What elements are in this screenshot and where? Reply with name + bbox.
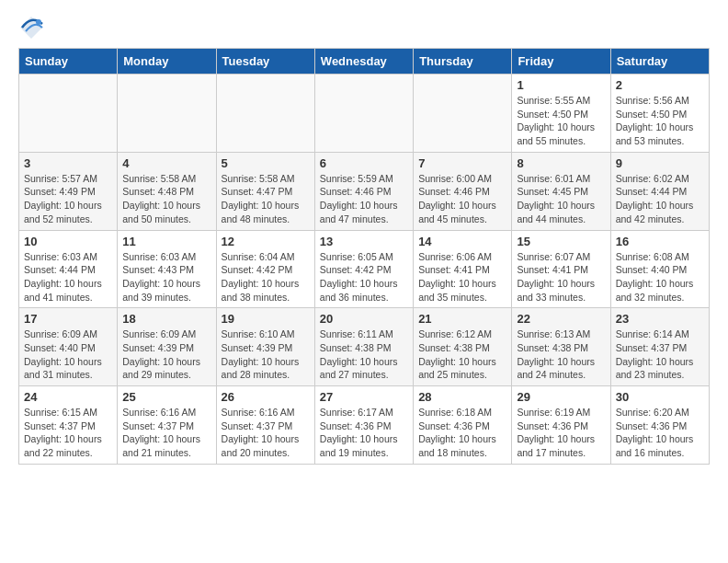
- day-number: 14: [418, 235, 506, 248]
- day-info: Sunrise: 6:14 AM Sunset: 4:37 PM Dayligh…: [616, 327, 704, 382]
- weekday-header-wednesday: Wednesday: [314, 49, 413, 75]
- day-info: Sunrise: 6:05 AM Sunset: 4:42 PM Dayligh…: [320, 250, 408, 304]
- calendar-cell: 25Sunrise: 6:16 AM Sunset: 4:37 PM Dayli…: [118, 386, 216, 465]
- calendar-cell: 18Sunrise: 6:09 AM Sunset: 4:39 PM Dayli…: [118, 308, 216, 386]
- day-number: 22: [517, 312, 605, 326]
- day-info: Sunrise: 5:57 AM Sunset: 4:49 PM Dayligh…: [24, 172, 112, 226]
- day-info: Sunrise: 5:55 AM Sunset: 4:50 PM Dayligh…: [517, 94, 605, 148]
- day-info: Sunrise: 6:03 AM Sunset: 4:43 PM Dayligh…: [122, 250, 210, 304]
- day-info: Sunrise: 6:19 AM Sunset: 4:36 PM Dayligh…: [517, 406, 605, 460]
- calendar-cell: 22Sunrise: 6:13 AM Sunset: 4:38 PM Dayli…: [512, 308, 610, 386]
- weekday-header-friday: Friday: [512, 49, 610, 75]
- day-info: Sunrise: 6:13 AM Sunset: 4:38 PM Dayligh…: [517, 327, 605, 382]
- calendar-cell: 26Sunrise: 6:16 AM Sunset: 4:37 PM Dayli…: [216, 386, 314, 465]
- calendar-cell: [314, 75, 413, 153]
- calendar-cell: 24Sunrise: 6:15 AM Sunset: 4:37 PM Dayli…: [19, 386, 118, 465]
- day-number: 6: [320, 156, 408, 170]
- week-row-4: 17Sunrise: 6:09 AM Sunset: 4:40 PM Dayli…: [19, 308, 710, 386]
- day-info: Sunrise: 6:15 AM Sunset: 4:37 PM Dayligh…: [24, 406, 112, 460]
- calendar-cell: 3Sunrise: 5:57 AM Sunset: 4:49 PM Daylig…: [19, 152, 118, 230]
- day-info: Sunrise: 6:16 AM Sunset: 4:37 PM Dayligh…: [222, 406, 310, 460]
- day-info: Sunrise: 6:17 AM Sunset: 4:36 PM Dayligh…: [320, 406, 408, 460]
- day-number: 21: [418, 312, 506, 326]
- day-info: Sunrise: 5:59 AM Sunset: 4:46 PM Dayligh…: [320, 172, 408, 226]
- day-number: 12: [222, 235, 310, 248]
- calendar-cell: 14Sunrise: 6:06 AM Sunset: 4:41 PM Dayli…: [414, 230, 512, 308]
- day-info: Sunrise: 6:20 AM Sunset: 4:36 PM Dayligh…: [616, 406, 704, 460]
- calendar-cell: 20Sunrise: 6:11 AM Sunset: 4:38 PM Dayli…: [314, 308, 413, 386]
- day-info: Sunrise: 6:07 AM Sunset: 4:41 PM Dayligh…: [517, 250, 605, 304]
- weekday-header-sunday: Sunday: [19, 49, 118, 75]
- weekday-header-saturday: Saturday: [610, 49, 709, 75]
- calendar-cell: 12Sunrise: 6:04 AM Sunset: 4:42 PM Dayli…: [216, 230, 314, 308]
- day-number: 1: [517, 78, 605, 92]
- calendar-cell: 19Sunrise: 6:10 AM Sunset: 4:39 PM Dayli…: [216, 308, 314, 386]
- day-info: Sunrise: 6:12 AM Sunset: 4:38 PM Dayligh…: [418, 327, 506, 382]
- day-number: 10: [24, 235, 112, 248]
- day-info: Sunrise: 6:09 AM Sunset: 4:39 PM Dayligh…: [122, 327, 210, 382]
- calendar-cell: 6Sunrise: 5:59 AM Sunset: 4:46 PM Daylig…: [314, 152, 413, 230]
- calendar-cell: 7Sunrise: 6:00 AM Sunset: 4:46 PM Daylig…: [414, 152, 512, 230]
- day-info: Sunrise: 6:16 AM Sunset: 4:37 PM Dayligh…: [122, 406, 210, 460]
- day-number: 15: [517, 235, 605, 248]
- page-container: SundayMondayTuesdayWednesdayThursdayFrid…: [0, 0, 728, 479]
- calendar-cell: 5Sunrise: 5:58 AM Sunset: 4:47 PM Daylig…: [216, 152, 314, 230]
- day-info: Sunrise: 6:02 AM Sunset: 4:44 PM Dayligh…: [616, 172, 704, 226]
- logo: [18, 15, 48, 40]
- calendar-header: SundayMondayTuesdayWednesdayThursdayFrid…: [19, 49, 710, 75]
- day-number: 16: [616, 235, 704, 248]
- svg-point-2: [36, 19, 41, 25]
- day-info: Sunrise: 6:03 AM Sunset: 4:44 PM Dayligh…: [24, 250, 112, 304]
- calendar-table: SundayMondayTuesdayWednesdayThursdayFrid…: [18, 48, 710, 465]
- calendar-body: 1Sunrise: 5:55 AM Sunset: 4:50 PM Daylig…: [19, 75, 710, 465]
- calendar-cell: [118, 75, 216, 153]
- calendar-cell: 28Sunrise: 6:18 AM Sunset: 4:36 PM Dayli…: [414, 386, 512, 465]
- day-number: 11: [122, 235, 210, 248]
- calendar-cell: 23Sunrise: 6:14 AM Sunset: 4:37 PM Dayli…: [610, 308, 709, 386]
- day-number: 29: [517, 390, 605, 404]
- calendar-cell: 1Sunrise: 5:55 AM Sunset: 4:50 PM Daylig…: [512, 75, 610, 153]
- day-number: 25: [122, 390, 210, 404]
- calendar-cell: 27Sunrise: 6:17 AM Sunset: 4:36 PM Dayli…: [314, 386, 413, 465]
- day-info: Sunrise: 5:58 AM Sunset: 4:47 PM Dayligh…: [222, 172, 310, 226]
- calendar-cell: [19, 75, 118, 153]
- day-number: 17: [24, 312, 112, 326]
- calendar-cell: 9Sunrise: 6:02 AM Sunset: 4:44 PM Daylig…: [610, 152, 709, 230]
- week-row-3: 10Sunrise: 6:03 AM Sunset: 4:44 PM Dayli…: [19, 230, 710, 308]
- day-number: 23: [616, 312, 704, 326]
- calendar-cell: 10Sunrise: 6:03 AM Sunset: 4:44 PM Dayli…: [19, 230, 118, 308]
- header: [18, 15, 710, 40]
- calendar-cell: 21Sunrise: 6:12 AM Sunset: 4:38 PM Dayli…: [414, 308, 512, 386]
- calendar-cell: 16Sunrise: 6:08 AM Sunset: 4:40 PM Dayli…: [610, 230, 709, 308]
- day-number: 3: [24, 156, 112, 170]
- week-row-5: 24Sunrise: 6:15 AM Sunset: 4:37 PM Dayli…: [19, 386, 710, 465]
- day-number: 7: [418, 156, 506, 170]
- day-number: 5: [222, 156, 310, 170]
- day-info: Sunrise: 6:11 AM Sunset: 4:38 PM Dayligh…: [320, 327, 408, 382]
- calendar-cell: [216, 75, 314, 153]
- week-row-2: 3Sunrise: 5:57 AM Sunset: 4:49 PM Daylig…: [19, 152, 710, 230]
- day-number: 9: [616, 156, 704, 170]
- day-info: Sunrise: 5:58 AM Sunset: 4:48 PM Dayligh…: [122, 172, 210, 226]
- day-number: 19: [222, 312, 310, 326]
- calendar-cell: [414, 75, 512, 153]
- day-number: 13: [320, 235, 408, 248]
- weekday-header-thursday: Thursday: [414, 49, 512, 75]
- weekday-header-monday: Monday: [118, 49, 216, 75]
- day-info: Sunrise: 6:04 AM Sunset: 4:42 PM Dayligh…: [222, 250, 310, 304]
- day-number: 24: [24, 390, 112, 404]
- logo-icon: [18, 15, 44, 40]
- day-info: Sunrise: 6:10 AM Sunset: 4:39 PM Dayligh…: [222, 327, 310, 382]
- calendar-cell: 11Sunrise: 6:03 AM Sunset: 4:43 PM Dayli…: [118, 230, 216, 308]
- week-row-1: 1Sunrise: 5:55 AM Sunset: 4:50 PM Daylig…: [19, 75, 710, 153]
- calendar-cell: 8Sunrise: 6:01 AM Sunset: 4:45 PM Daylig…: [512, 152, 610, 230]
- day-number: 8: [517, 156, 605, 170]
- day-info: Sunrise: 6:06 AM Sunset: 4:41 PM Dayligh…: [418, 250, 506, 304]
- calendar-cell: 30Sunrise: 6:20 AM Sunset: 4:36 PM Dayli…: [610, 386, 709, 465]
- day-info: Sunrise: 6:00 AM Sunset: 4:46 PM Dayligh…: [418, 172, 506, 226]
- day-info: Sunrise: 6:18 AM Sunset: 4:36 PM Dayligh…: [418, 406, 506, 460]
- calendar-cell: 15Sunrise: 6:07 AM Sunset: 4:41 PM Dayli…: [512, 230, 610, 308]
- day-info: Sunrise: 5:56 AM Sunset: 4:50 PM Dayligh…: [616, 94, 704, 148]
- day-number: 27: [320, 390, 408, 404]
- day-number: 2: [616, 78, 704, 92]
